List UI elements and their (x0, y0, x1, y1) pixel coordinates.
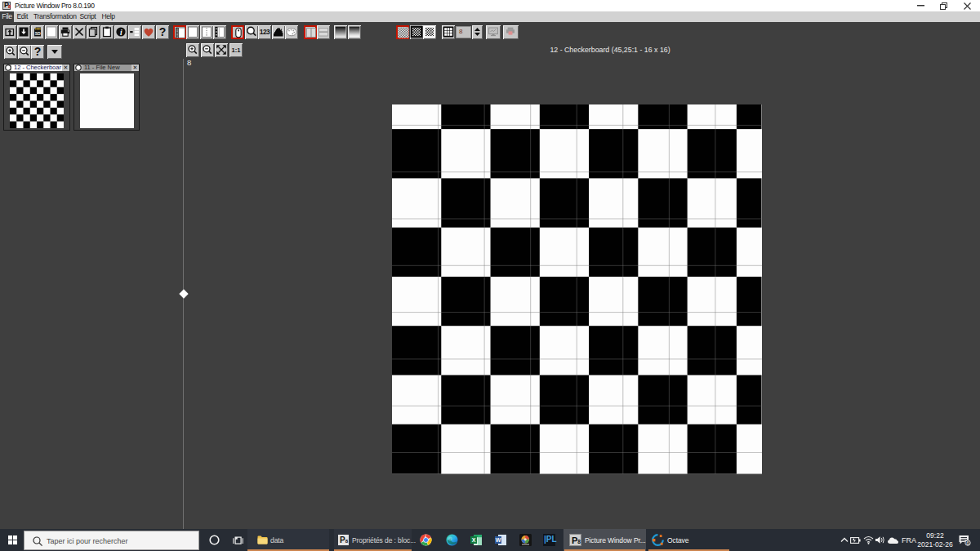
svg-text:?: ? (159, 25, 167, 38)
svg-text:123: 123 (260, 28, 270, 36)
svg-text:X: X (472, 537, 476, 543)
svg-text:W: W (496, 537, 501, 543)
svg-text:SD: SD (35, 31, 41, 36)
svg-text:?: ? (34, 45, 42, 58)
svg-text:1:1: 1:1 (231, 47, 240, 54)
svg-text:i: i (120, 29, 122, 37)
svg-text:6: 6 (966, 540, 969, 546)
